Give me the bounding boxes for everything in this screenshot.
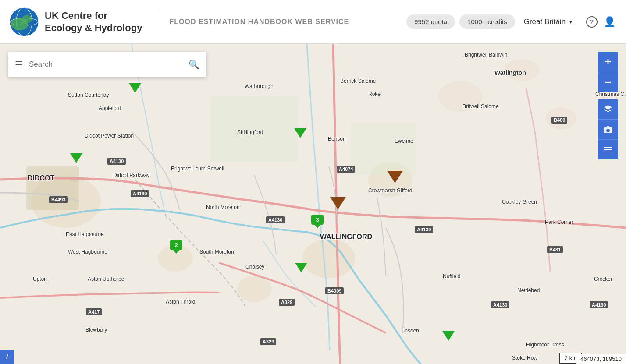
road-badge-b481: B481 xyxy=(547,246,563,253)
gauge-marker-g5[interactable] xyxy=(442,331,455,341)
legend-button[interactable] xyxy=(598,139,618,159)
coordinates-display: 464073, 189510 xyxy=(576,354,626,364)
header-divider xyxy=(160,9,160,35)
svg-rect-14 xyxy=(26,166,79,210)
chevron-down-icon: ▼ xyxy=(568,19,573,25)
road-badge-a4130-1: A4130 xyxy=(107,158,126,165)
help-button[interactable]: ? xyxy=(584,14,600,30)
org-name: UK Centre for Ecology & Hydrology xyxy=(45,10,142,34)
gauge-marker-g1[interactable] xyxy=(129,83,141,93)
road-badge-a329-1: A329 xyxy=(279,299,295,306)
svg-rect-16 xyxy=(351,123,416,175)
svg-point-11 xyxy=(438,81,482,112)
gauge-marker-g7[interactable] xyxy=(330,197,346,209)
help-icon: ? xyxy=(586,16,598,28)
road-badge-a4130-3: A4130 xyxy=(266,216,285,223)
camera-icon xyxy=(603,126,613,134)
org-name-line2: Ecology & Hydrology xyxy=(45,22,142,34)
search-bar: ☰ 🔍 xyxy=(8,52,206,77)
road-badge-b4493: B4493 xyxy=(49,196,68,203)
road-badge-a417: A417 xyxy=(86,308,102,315)
info-button[interactable]: i xyxy=(0,350,14,364)
credits-badge: 1000+ credits xyxy=(459,14,515,29)
svg-point-7 xyxy=(302,239,355,278)
gauge-marker-g3[interactable] xyxy=(294,128,306,138)
layers-icon xyxy=(603,104,613,114)
service-title: FLOOD ESTIMATION HANDBOOK WEB SERVICE xyxy=(169,18,406,26)
gauge-marker-g4[interactable] xyxy=(295,263,307,272)
svg-rect-15 xyxy=(210,96,298,162)
header: UK Centre for Ecology & Hydrology FLOOD … xyxy=(0,0,626,44)
svg-point-4 xyxy=(22,15,32,23)
road-badge-a329-2: A329 xyxy=(260,338,276,345)
road-badge-a4130-2: A4130 xyxy=(131,190,149,197)
user-button[interactable]: 👤 xyxy=(601,14,617,30)
svg-marker-17 xyxy=(604,105,612,110)
search-button[interactable]: 🔍 xyxy=(189,59,199,70)
zoom-in-button[interactable]: + xyxy=(598,52,618,72)
region-label: Great Britain xyxy=(524,18,566,26)
layers-button[interactable] xyxy=(598,99,618,119)
legend-icon xyxy=(603,146,613,154)
hamburger-icon: ☰ xyxy=(15,60,23,69)
map-svg xyxy=(0,44,626,364)
map-container[interactable]: WatlingtonBrightwell BaldwinWarboroughBe… xyxy=(0,44,626,364)
region-selector[interactable]: Great Britain ▼ xyxy=(524,18,573,26)
road-badge-b4009: B4009 xyxy=(325,287,344,294)
quota-badge: 9952 quota xyxy=(406,14,455,29)
menu-button[interactable]: ☰ xyxy=(15,60,23,69)
gauge-marker-cluster2[interactable]: 2 xyxy=(170,240,182,250)
search-input[interactable] xyxy=(29,60,189,69)
gauge-marker-g2[interactable] xyxy=(70,153,82,163)
road-badge-a4130-6: A4130 xyxy=(590,301,608,308)
gauge-marker-cluster3[interactable]: 3 xyxy=(311,215,324,225)
svg-point-12 xyxy=(504,59,539,81)
road-badge-a4130-5: A4130 xyxy=(491,301,509,308)
zoom-out-button[interactable]: − xyxy=(598,72,618,92)
road-badge-b480: B480 xyxy=(551,117,567,124)
map-controls: + − xyxy=(598,52,618,159)
search-icon: 🔍 xyxy=(189,60,199,69)
road-badge-a4074: A4074 xyxy=(337,166,355,173)
info-icon: i xyxy=(6,353,8,361)
user-icon: 👤 xyxy=(604,16,615,28)
gauge-marker-g6[interactable] xyxy=(387,171,403,183)
logo-area: UK Centre for Ecology & Hydrology xyxy=(9,7,142,37)
map-background xyxy=(0,44,626,364)
camera-button[interactable] xyxy=(598,119,618,139)
svg-point-10 xyxy=(237,276,272,302)
logo-icon xyxy=(9,7,39,37)
svg-point-19 xyxy=(606,129,610,132)
road-badge-a4130-4: A4130 xyxy=(415,226,433,233)
